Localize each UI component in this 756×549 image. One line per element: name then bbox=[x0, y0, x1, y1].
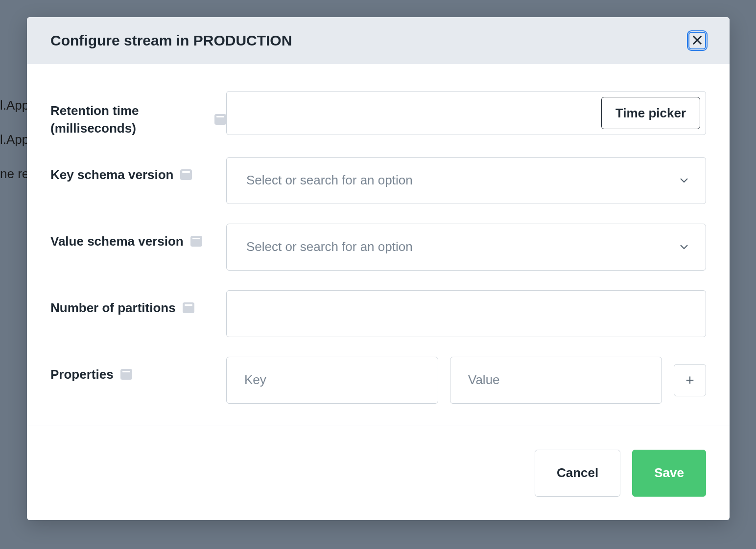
label-wrap: Properties bbox=[50, 357, 226, 383]
label-wrap: Key schema version bbox=[50, 157, 226, 183]
add-property-button[interactable]: + bbox=[674, 364, 706, 396]
label-wrap: Retention time (milliseconds) bbox=[50, 91, 226, 137]
modal-body: Retention time (milliseconds) Time picke… bbox=[27, 64, 730, 426]
partitions-input[interactable] bbox=[226, 290, 706, 337]
modal-title: Configure stream in PRODUCTION bbox=[50, 32, 292, 49]
configure-stream-modal: Configure stream in PRODUCTION Retention… bbox=[27, 17, 730, 520]
property-value-input[interactable] bbox=[450, 357, 662, 404]
key-schema-label: Key schema version bbox=[50, 166, 173, 183]
modal-header: Configure stream in PRODUCTION bbox=[27, 17, 730, 64]
retention-time-row: Retention time (milliseconds) Time picke… bbox=[50, 91, 706, 137]
background-text: ne re bbox=[0, 166, 29, 182]
label-wrap: Number of partitions bbox=[50, 290, 226, 317]
select-wrap: Select or search for an option bbox=[226, 157, 706, 204]
close-button[interactable] bbox=[688, 32, 706, 49]
control-wrap: Select or search for an option bbox=[226, 157, 706, 204]
save-button[interactable]: Save bbox=[632, 450, 706, 497]
key-schema-select[interactable]: Select or search for an option bbox=[226, 157, 706, 204]
time-picker-button[interactable]: Time picker bbox=[601, 97, 700, 129]
info-icon bbox=[183, 302, 194, 313]
control-wrap: Time picker bbox=[226, 91, 706, 135]
key-schema-row: Key schema version Select or search for … bbox=[50, 157, 706, 204]
properties-row: Properties + bbox=[50, 357, 706, 404]
label-wrap: Value schema version bbox=[50, 224, 226, 250]
input-with-button: Time picker bbox=[226, 91, 706, 135]
info-icon bbox=[214, 114, 226, 125]
property-key-input[interactable] bbox=[226, 357, 438, 404]
control-wrap bbox=[226, 290, 706, 337]
control-wrap: Select or search for an option bbox=[226, 224, 706, 271]
info-icon bbox=[180, 169, 192, 180]
retention-time-label: Retention time (milliseconds) bbox=[50, 102, 208, 137]
cancel-button[interactable]: Cancel bbox=[535, 450, 620, 497]
properties-label: Properties bbox=[50, 366, 114, 383]
partitions-label: Number of partitions bbox=[50, 299, 176, 317]
close-icon bbox=[690, 33, 704, 48]
value-schema-select[interactable]: Select or search for an option bbox=[226, 224, 706, 271]
value-schema-row: Value schema version Select or search fo… bbox=[50, 224, 706, 271]
modal-footer: Cancel Save bbox=[27, 426, 730, 520]
info-icon bbox=[190, 236, 202, 247]
background-text: l.App bbox=[0, 98, 29, 113]
background-text: l.App bbox=[0, 132, 29, 147]
value-schema-label: Value schema version bbox=[50, 232, 184, 250]
select-wrap: Select or search for an option bbox=[226, 224, 706, 271]
info-icon bbox=[120, 369, 132, 380]
partitions-row: Number of partitions bbox=[50, 290, 706, 337]
control-wrap: + bbox=[226, 357, 706, 404]
properties-inputs: + bbox=[226, 357, 706, 404]
plus-icon: + bbox=[685, 372, 694, 389]
